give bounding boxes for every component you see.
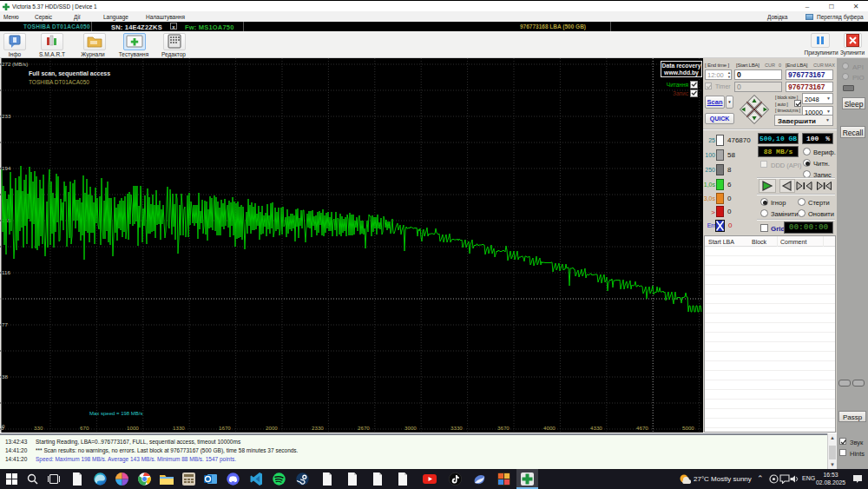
svg-text:TOSHIBA DT01ACA050: TOSHIBA DT01ACA050 — [29, 79, 89, 85]
svg-text:4330: 4330 — [590, 425, 602, 431]
svg-text:3000: 3000 — [404, 425, 417, 431]
svg-text:77: 77 — [2, 321, 8, 327]
svg-text:Запис: Запис — [673, 90, 689, 96]
svg-text:0: 0 — [1, 425, 4, 431]
svg-text:1330: 1330 — [173, 425, 185, 431]
svg-text:4000: 4000 — [543, 425, 556, 431]
svg-text:3330: 3330 — [450, 425, 463, 431]
svg-text:1000: 1000 — [127, 425, 139, 431]
svg-text:Data recovery: Data recovery — [662, 63, 701, 69]
svg-text:5000: 5000 — [682, 425, 694, 431]
svg-text:3670: 3670 — [497, 425, 510, 431]
svg-text:670: 670 — [80, 425, 89, 431]
svg-text:Full scan, sequential access: Full scan, sequential access — [29, 70, 110, 77]
svg-text:www.hdd.by: www.hdd.by — [663, 69, 699, 76]
svg-text:Max speed = 198 MB/s: Max speed = 198 MB/s — [89, 411, 143, 416]
svg-text:194: 194 — [2, 165, 11, 171]
svg-text:233: 233 — [2, 113, 11, 119]
svg-text:38: 38 — [2, 373, 8, 380]
svg-text:Читання: Читання — [667, 82, 689, 88]
svg-text:1670: 1670 — [219, 425, 231, 431]
svg-text:2000: 2000 — [266, 425, 278, 431]
svg-text:4670: 4670 — [636, 425, 648, 431]
svg-text:272 (MB/s): 272 (MB/s) — [2, 61, 28, 67]
svg-text:2670: 2670 — [358, 425, 370, 431]
svg-text:330: 330 — [34, 425, 43, 431]
svg-text:2330: 2330 — [312, 425, 324, 431]
svg-text:116: 116 — [2, 269, 10, 275]
